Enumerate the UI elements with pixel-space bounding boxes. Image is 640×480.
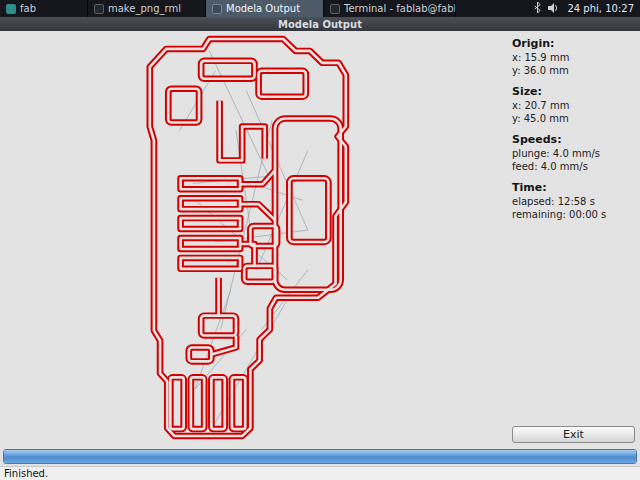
clock[interactable]: 24 phi, 10:27 bbox=[567, 3, 634, 14]
volume-icon[interactable] bbox=[548, 3, 560, 15]
bluetooth-icon[interactable] bbox=[534, 2, 541, 15]
origin-x: x: 15.9 mm bbox=[512, 52, 635, 63]
window-title: Modela Output bbox=[278, 19, 362, 30]
taskbar-item-label: make_png_rml bbox=[108, 3, 181, 14]
taskbar-item-terminal[interactable]: Terminal - fablab@fablab... bbox=[324, 0, 456, 17]
modela-output-window: Origin: x: 15.9 mm y: 36.0 mm Size: x: 2… bbox=[0, 31, 640, 447]
time-elapsed: elapsed: 12:58 s bbox=[512, 196, 635, 207]
system-tray: 24 phi, 10:27 bbox=[528, 0, 640, 17]
progress-bar bbox=[3, 449, 637, 464]
taskbar: fab make_png_rml Modela Output Terminal … bbox=[0, 0, 640, 17]
taskbar-item-label: fab bbox=[20, 3, 36, 14]
origin-heading: Origin: bbox=[512, 37, 635, 50]
window-icon bbox=[212, 4, 222, 14]
toolpath-svg bbox=[0, 31, 510, 447]
time-heading: Time: bbox=[512, 181, 635, 194]
size-x: x: 20.7 mm bbox=[512, 100, 635, 111]
origin-y: y: 36.0 mm bbox=[512, 65, 635, 76]
status-bar: Finished. bbox=[0, 466, 640, 480]
time-remaining: remaining: 00:00 s bbox=[512, 209, 635, 220]
taskbar-item-label: Terminal - fablab@fablab... bbox=[344, 3, 456, 14]
status-message: Finished. bbox=[4, 468, 48, 479]
info-sidebar: Origin: x: 15.9 mm y: 36.0 mm Size: x: 2… bbox=[510, 31, 640, 447]
taskbar-item-make-png-rml[interactable]: make_png_rml bbox=[88, 0, 206, 17]
speeds-heading: Speeds: bbox=[512, 133, 635, 146]
terminal-icon bbox=[330, 4, 340, 14]
terminal-icon bbox=[94, 4, 104, 14]
taskbar-item-modela-output[interactable]: Modela Output bbox=[206, 0, 324, 17]
exit-button[interactable]: Exit bbox=[512, 426, 635, 443]
window-titlebar[interactable]: Modela Output bbox=[0, 17, 640, 31]
screen: fab make_png_rml Modela Output Terminal … bbox=[0, 0, 640, 480]
taskbar-item-fab[interactable]: fab bbox=[0, 0, 88, 17]
progress-bar-fill bbox=[4, 450, 636, 463]
speed-feed: feed: 4.0 mm/s bbox=[512, 161, 635, 172]
taskbar-item-label: Modela Output bbox=[226, 3, 300, 14]
size-y: y: 45.0 mm bbox=[512, 113, 635, 124]
speed-plunge: plunge: 4.0 mm/s bbox=[512, 148, 635, 159]
toolpath-canvas bbox=[0, 31, 510, 447]
size-heading: Size: bbox=[512, 85, 635, 98]
fab-app-icon bbox=[6, 4, 16, 14]
